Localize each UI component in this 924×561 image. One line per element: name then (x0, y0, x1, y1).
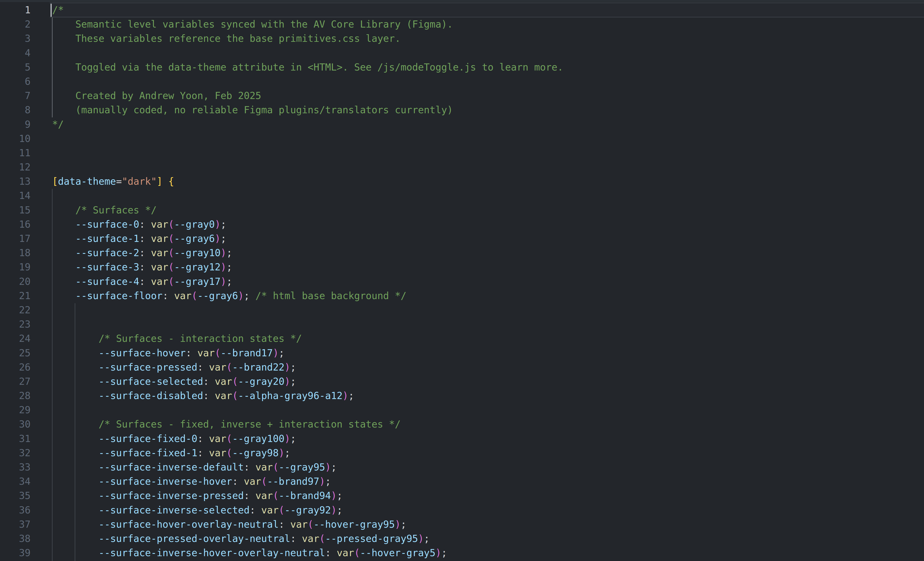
line-number[interactable]: 5 (0, 60, 30, 74)
line-number[interactable]: 12 (0, 160, 30, 174)
token-bk: [ (52, 176, 58, 187)
line-number[interactable]: 1 (0, 3, 30, 17)
line-number[interactable]: 18 (0, 246, 30, 260)
token-cm: /* (52, 4, 64, 16)
token-pu (52, 347, 99, 358)
token-fn: var (215, 390, 232, 401)
line-number[interactable]: 16 (0, 218, 30, 232)
line-number[interactable]: 23 (0, 317, 30, 332)
line-number[interactable]: 7 (0, 88, 30, 103)
token-pr: --brand17 (220, 347, 273, 358)
line-number[interactable]: 2 (0, 17, 30, 32)
code-line[interactable]: 33 --surface-inverse-default: var(--gray… (0, 460, 924, 474)
line-number[interactable]: 6 (0, 74, 30, 88)
code-line[interactable]: 7 Created by Andrew Yoon, Feb 2025 (0, 88, 924, 103)
line-number[interactable]: 8 (0, 103, 30, 117)
line-number[interactable]: 28 (0, 389, 30, 403)
code-line[interactable]: 22 (0, 303, 924, 317)
code-line[interactable]: 10 (0, 132, 924, 146)
code-line[interactable]: 28 --surface-disabled: var(--alpha-gray9… (0, 389, 924, 403)
code-line[interactable]: 4 (0, 46, 924, 60)
code-line[interactable]: 13[data-theme="dark"] { (0, 174, 924, 189)
line-number[interactable]: 39 (0, 546, 30, 560)
token-pa: ( (261, 476, 267, 487)
token-pr: --gray12 (174, 261, 220, 273)
line-number[interactable]: 27 (0, 375, 30, 389)
code-line[interactable]: 14 (0, 189, 924, 203)
code-line[interactable]: 15 /* Surfaces */ (0, 203, 924, 218)
line-number[interactable]: 34 (0, 474, 30, 489)
code-line[interactable]: 6 (0, 74, 924, 88)
code-line[interactable]: 12 (0, 160, 924, 174)
line-number[interactable]: 30 (0, 417, 30, 431)
line-number[interactable]: 17 (0, 232, 30, 246)
code-lines[interactable]: 1/*2 Semantic level variables synced wit… (0, 3, 924, 560)
code-line[interactable]: 37 --surface-hover-overlay-neutral: var(… (0, 518, 924, 532)
line-number[interactable]: 38 (0, 532, 30, 546)
line-number[interactable]: 15 (0, 203, 30, 218)
code-line[interactable]: 35 --surface-inverse-pressed: var(--bran… (0, 489, 924, 503)
code-line[interactable]: 1/* (0, 3, 924, 17)
line-number[interactable]: 24 (0, 332, 30, 346)
line-number[interactable]: 31 (0, 432, 30, 446)
line-number[interactable]: 11 (0, 146, 30, 160)
code-line[interactable]: 18 --surface-2: var(--gray10); (0, 246, 924, 260)
code-text: --surface-pressed-overlay-neutral: var(-… (30, 532, 430, 546)
code-line[interactable]: 3 These variables reference the base pri… (0, 32, 924, 46)
code-line[interactable]: 20 --surface-4: var(--gray17); (0, 274, 924, 289)
code-line[interactable]: 17 --surface-1: var(--gray6); (0, 232, 924, 246)
code-line[interactable]: 8 (manually coded, no reliable Figma plu… (0, 103, 924, 117)
line-number[interactable]: 14 (0, 189, 30, 203)
token-pa: ( (192, 290, 197, 302)
token-pu (52, 247, 75, 258)
token-pu: : (139, 219, 151, 230)
code-line[interactable]: 2 Semantic level variables synced with t… (0, 17, 924, 32)
line-number[interactable]: 37 (0, 518, 30, 532)
line-number[interactable]: 21 (0, 289, 30, 303)
code-editor[interactable]: 1/*2 Semantic level variables synced wit… (0, 0, 924, 561)
line-number[interactable]: 33 (0, 460, 30, 474)
code-line[interactable]: 38 --surface-pressed-overlay-neutral: va… (0, 532, 924, 546)
line-number[interactable]: 26 (0, 360, 30, 375)
line-number[interactable]: 9 (0, 117, 30, 132)
code-line[interactable]: 11 (0, 146, 924, 160)
code-line[interactable]: 5 Toggled via the data-theme attribute i… (0, 60, 924, 74)
code-line[interactable]: 39 --surface-inverse-hover-overlay-neutr… (0, 546, 924, 560)
line-number[interactable]: 36 (0, 503, 30, 518)
token-pr: --gray10 (174, 247, 220, 258)
code-line[interactable]: 21 --surface-floor: var(--gray6); /* htm… (0, 289, 924, 303)
line-number[interactable]: 25 (0, 346, 30, 360)
code-line[interactable]: 23 (0, 317, 924, 332)
code-line[interactable]: 29 (0, 403, 924, 417)
code-text (30, 132, 52, 146)
token-cm: These variables reference the base primi… (52, 33, 400, 44)
line-number[interactable]: 35 (0, 489, 30, 503)
code-line[interactable]: 19 --surface-3: var(--gray12); (0, 260, 924, 274)
code-text: --surface-fixed-1: var(--gray98); (30, 446, 290, 460)
code-text: (manually coded, no reliable Figma plugi… (30, 103, 453, 117)
code-line[interactable]: 34 --surface-inverse-hover: var(--brand9… (0, 474, 924, 489)
line-number[interactable]: 19 (0, 260, 30, 274)
code-line[interactable]: 31 --surface-fixed-0: var(--gray100); (0, 432, 924, 446)
code-line[interactable]: 16 --surface-0: var(--gray0); (0, 218, 924, 232)
code-line[interactable]: 24 /* Surfaces - interaction states */ (0, 332, 924, 346)
code-line[interactable]: 32 --surface-fixed-1: var(--gray98); (0, 446, 924, 460)
token-pr: --surface-selected (99, 376, 203, 387)
token-pr: --surface-3 (75, 261, 139, 273)
line-number[interactable]: 29 (0, 403, 30, 417)
code-line[interactable]: 27 --surface-selected: var(--gray20); (0, 375, 924, 389)
token-pr: --gray0 (174, 219, 215, 230)
line-number[interactable]: 10 (0, 132, 30, 146)
line-number[interactable]: 3 (0, 32, 30, 46)
code-line[interactable]: 30 /* Surfaces - fixed, inverse + intera… (0, 417, 924, 431)
line-number[interactable]: 13 (0, 174, 30, 189)
code-line[interactable]: 9*/ (0, 117, 924, 132)
line-number[interactable]: 4 (0, 46, 30, 60)
line-number[interactable]: 22 (0, 303, 30, 317)
code-line[interactable]: 36 --surface-inverse-selected: var(--gra… (0, 503, 924, 518)
code-line[interactable]: 25 --surface-hover: var(--brand17); (0, 346, 924, 360)
code-line[interactable]: 26 --surface-pressed: var(--brand22); (0, 360, 924, 375)
token-pu (52, 462, 99, 473)
line-number[interactable]: 32 (0, 446, 30, 460)
line-number[interactable]: 20 (0, 274, 30, 289)
